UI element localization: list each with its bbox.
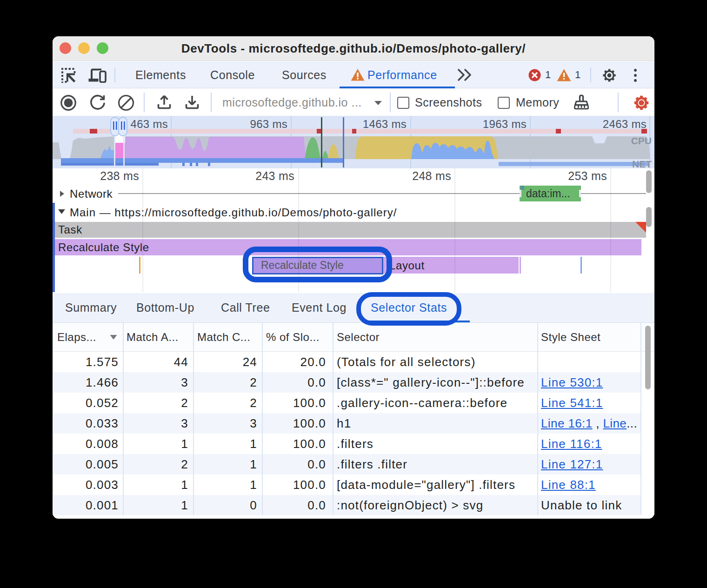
svg-text:1463 ms: 1463 ms [363,118,407,130]
svg-text:2463 ms: 2463 ms [603,118,647,130]
svg-text:463 ms: 463 ms [130,118,168,130]
svg-text:963 ms: 963 ms [250,118,287,130]
svg-text:NET: NET [632,159,652,168]
svg-text:1963 ms: 1963 ms [483,118,527,130]
svg-text:CPU: CPU [631,135,652,146]
